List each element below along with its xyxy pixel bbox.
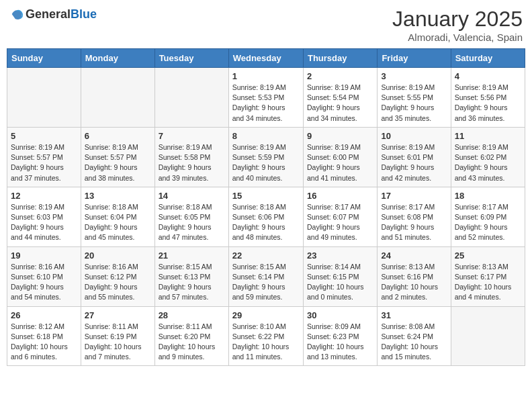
day-number: 10	[381, 131, 447, 141]
day-info: Sunrise: 8:19 AM Sunset: 5:58 PM Dayligh…	[159, 142, 225, 183]
day-number: 7	[159, 131, 225, 141]
calendar-cell: 2Sunrise: 8:19 AM Sunset: 5:54 PM Daylig…	[303, 68, 377, 128]
day-info: Sunrise: 8:18 AM Sunset: 6:06 PM Dayligh…	[232, 202, 300, 243]
weekday-header-row: SundayMondayTuesdayWednesdayThursdayFrid…	[7, 49, 525, 68]
calendar-week-row: 19Sunrise: 8:16 AM Sunset: 6:10 PM Dayli…	[7, 246, 525, 306]
day-number: 27	[85, 310, 151, 320]
day-info: Sunrise: 8:19 AM Sunset: 5:53 PM Dayligh…	[232, 83, 300, 124]
day-number: 16	[307, 191, 373, 201]
day-number: 2	[307, 71, 373, 81]
calendar-table: SundayMondayTuesdayWednesdayThursdayFrid…	[7, 48, 525, 366]
day-info: Sunrise: 8:10 AM Sunset: 6:22 PM Dayligh…	[232, 322, 300, 363]
day-info: Sunrise: 8:15 AM Sunset: 6:14 PM Dayligh…	[232, 262, 300, 303]
logo-icon	[9, 7, 24, 21]
day-info: Sunrise: 8:19 AM Sunset: 5:57 PM Dayligh…	[11, 142, 77, 183]
calendar-cell: 20Sunrise: 8:16 AM Sunset: 6:12 PM Dayli…	[81, 246, 154, 306]
calendar-cell	[154, 68, 228, 128]
day-number: 1	[232, 71, 300, 81]
weekday-header-friday: Friday	[378, 49, 451, 68]
day-info: Sunrise: 8:13 AM Sunset: 6:16 PM Dayligh…	[381, 262, 447, 303]
day-info: Sunrise: 8:19 AM Sunset: 5:57 PM Dayligh…	[85, 142, 151, 183]
calendar-cell: 31Sunrise: 8:08 AM Sunset: 6:24 PM Dayli…	[378, 306, 451, 366]
calendar-cell	[7, 68, 81, 128]
day-number: 19	[11, 250, 77, 261]
day-info: Sunrise: 8:11 AM Sunset: 6:20 PM Dayligh…	[159, 322, 225, 363]
day-info: Sunrise: 8:16 AM Sunset: 6:12 PM Dayligh…	[85, 262, 151, 303]
calendar-cell: 5Sunrise: 8:19 AM Sunset: 5:57 PM Daylig…	[7, 127, 81, 187]
calendar-cell: 4Sunrise: 8:19 AM Sunset: 5:56 PM Daylig…	[451, 68, 525, 128]
day-info: Sunrise: 8:12 AM Sunset: 6:18 PM Dayligh…	[11, 322, 77, 363]
day-info: Sunrise: 8:09 AM Sunset: 6:23 PM Dayligh…	[307, 322, 373, 363]
calendar-cell: 3Sunrise: 8:19 AM Sunset: 5:55 PM Daylig…	[378, 68, 451, 128]
logo-general-text: General	[26, 7, 71, 21]
day-number: 15	[232, 191, 300, 201]
calendar-cell: 17Sunrise: 8:17 AM Sunset: 6:08 PM Dayli…	[378, 187, 451, 246]
calendar-cell: 11Sunrise: 8:19 AM Sunset: 6:02 PM Dayli…	[451, 127, 525, 187]
calendar-cell: 23Sunrise: 8:14 AM Sunset: 6:15 PM Dayli…	[303, 246, 377, 306]
calendar-cell: 16Sunrise: 8:17 AM Sunset: 6:07 PM Dayli…	[303, 187, 377, 246]
day-info: Sunrise: 8:11 AM Sunset: 6:19 PM Dayligh…	[85, 322, 151, 363]
day-number: 18	[455, 191, 521, 201]
day-number: 25	[455, 250, 521, 261]
calendar-cell: 1Sunrise: 8:19 AM Sunset: 5:53 PM Daylig…	[228, 68, 303, 128]
calendar-cell: 7Sunrise: 8:19 AM Sunset: 5:58 PM Daylig…	[154, 127, 228, 187]
calendar-cell: 9Sunrise: 8:19 AM Sunset: 6:00 PM Daylig…	[303, 127, 377, 187]
calendar-cell: 26Sunrise: 8:12 AM Sunset: 6:18 PM Dayli…	[7, 306, 81, 366]
day-number: 29	[232, 310, 300, 320]
day-info: Sunrise: 8:16 AM Sunset: 6:10 PM Dayligh…	[11, 262, 77, 303]
day-number: 28	[159, 310, 225, 320]
calendar-cell: 6Sunrise: 8:19 AM Sunset: 5:57 PM Daylig…	[81, 127, 154, 187]
calendar-cell: 12Sunrise: 8:19 AM Sunset: 6:03 PM Dayli…	[7, 187, 81, 246]
calendar-week-row: 12Sunrise: 8:19 AM Sunset: 6:03 PM Dayli…	[7, 187, 525, 246]
calendar-cell: 15Sunrise: 8:18 AM Sunset: 6:06 PM Dayli…	[228, 187, 303, 246]
weekday-header-thursday: Thursday	[303, 49, 377, 68]
calendar-cell: 25Sunrise: 8:13 AM Sunset: 6:17 PM Dayli…	[451, 246, 525, 306]
calendar-cell	[81, 68, 154, 128]
day-info: Sunrise: 8:19 AM Sunset: 5:59 PM Dayligh…	[232, 142, 300, 183]
calendar-cell: 19Sunrise: 8:16 AM Sunset: 6:10 PM Dayli…	[7, 246, 81, 306]
day-info: Sunrise: 8:19 AM Sunset: 6:03 PM Dayligh…	[11, 202, 77, 243]
calendar-cell: 8Sunrise: 8:19 AM Sunset: 5:59 PM Daylig…	[228, 127, 303, 187]
weekday-header-sunday: Sunday	[7, 49, 81, 68]
calendar-cell: 21Sunrise: 8:15 AM Sunset: 6:13 PM Dayli…	[154, 246, 228, 306]
day-info: Sunrise: 8:17 AM Sunset: 6:09 PM Dayligh…	[455, 202, 521, 243]
day-number: 9	[307, 131, 373, 141]
day-info: Sunrise: 8:13 AM Sunset: 6:17 PM Dayligh…	[455, 262, 521, 303]
weekday-header-monday: Monday	[81, 49, 154, 68]
day-number: 5	[11, 131, 77, 141]
day-info: Sunrise: 8:19 AM Sunset: 5:55 PM Dayligh…	[381, 83, 447, 124]
calendar-week-row: 26Sunrise: 8:12 AM Sunset: 6:18 PM Dayli…	[7, 306, 525, 366]
calendar-cell: 29Sunrise: 8:10 AM Sunset: 6:22 PM Dayli…	[228, 306, 303, 366]
calendar-week-row: 5Sunrise: 8:19 AM Sunset: 5:57 PM Daylig…	[7, 127, 525, 187]
day-number: 12	[11, 191, 77, 201]
day-info: Sunrise: 8:17 AM Sunset: 6:07 PM Dayligh…	[307, 202, 373, 243]
day-number: 31	[381, 310, 447, 320]
day-number: 4	[455, 71, 521, 81]
logo-blue-text: Blue	[71, 7, 97, 21]
calendar-cell: 18Sunrise: 8:17 AM Sunset: 6:09 PM Dayli…	[451, 187, 525, 246]
calendar-cell	[451, 306, 525, 366]
calendar-cell: 14Sunrise: 8:18 AM Sunset: 6:05 PM Dayli…	[154, 187, 228, 246]
day-number: 20	[85, 250, 151, 261]
page-header: GeneralBlue January 2025 Almoradi, Valen…	[7, 7, 525, 43]
calendar-week-row: 1Sunrise: 8:19 AM Sunset: 5:53 PM Daylig…	[7, 68, 525, 128]
day-info: Sunrise: 8:17 AM Sunset: 6:08 PM Dayligh…	[381, 202, 447, 243]
location-subtitle: Almoradi, Valencia, Spain	[392, 32, 523, 43]
calendar-cell: 13Sunrise: 8:18 AM Sunset: 6:04 PM Dayli…	[81, 187, 154, 246]
calendar-cell: 27Sunrise: 8:11 AM Sunset: 6:19 PM Dayli…	[81, 306, 154, 366]
day-number: 13	[85, 191, 151, 201]
calendar-cell: 22Sunrise: 8:15 AM Sunset: 6:14 PM Dayli…	[228, 246, 303, 306]
day-number: 14	[159, 191, 225, 201]
day-number: 23	[307, 250, 373, 261]
day-number: 8	[232, 131, 300, 141]
weekday-header-wednesday: Wednesday	[228, 49, 303, 68]
day-info: Sunrise: 8:14 AM Sunset: 6:15 PM Dayligh…	[307, 262, 373, 303]
calendar-cell: 24Sunrise: 8:13 AM Sunset: 6:16 PM Dayli…	[378, 246, 451, 306]
day-info: Sunrise: 8:19 AM Sunset: 6:02 PM Dayligh…	[455, 142, 521, 183]
day-number: 30	[307, 310, 373, 320]
calendar-cell: 28Sunrise: 8:11 AM Sunset: 6:20 PM Dayli…	[154, 306, 228, 366]
day-number: 11	[455, 131, 521, 141]
day-info: Sunrise: 8:19 AM Sunset: 5:56 PM Dayligh…	[455, 83, 521, 124]
day-info: Sunrise: 8:18 AM Sunset: 6:04 PM Dayligh…	[85, 202, 151, 243]
logo: GeneralBlue	[9, 7, 97, 21]
